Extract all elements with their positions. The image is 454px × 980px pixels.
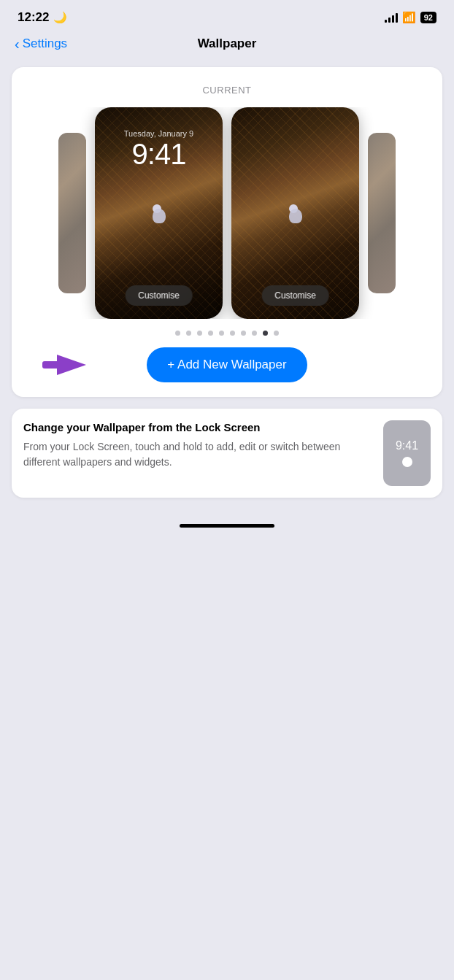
home-screen-customise-button[interactable]: Customise (261, 285, 329, 306)
dot-6 (230, 331, 235, 336)
info-phone-mini: 9:41 (383, 420, 431, 486)
info-title: Change your Wallpaper from the Lock Scre… (23, 420, 372, 435)
home-bar (180, 524, 274, 528)
page-title: Wallpaper (198, 36, 257, 51)
dot-5 (219, 331, 224, 336)
dot-4 (208, 331, 213, 336)
wallpaper-card: CURRENT Tuesday, January 9 9:41 (12, 67, 442, 397)
dot-2 (186, 331, 191, 336)
pagination-dots (23, 331, 431, 336)
dot-1 (175, 331, 180, 336)
phone-preview-partial-right (368, 133, 396, 293)
dot-3 (197, 331, 202, 336)
current-label: CURRENT (23, 85, 431, 96)
back-chevron-icon: ‹ (15, 36, 20, 51)
astronaut-body-home (289, 209, 302, 223)
astronaut-figure (150, 209, 168, 229)
add-new-wallpaper-button[interactable]: + Add New Wallpaper (147, 347, 307, 382)
battery-indicator: 92 (420, 12, 436, 23)
back-button[interactable]: ‹ Settings (15, 36, 67, 51)
lock-screen-customise-button[interactable]: Customise (125, 285, 193, 306)
moon-icon: 🌙 (53, 11, 67, 24)
phone-preview-partial-left (58, 133, 86, 293)
dot-10 (274, 331, 279, 336)
signal-icon (385, 12, 398, 23)
lock-screen-date: Tuesday, January 9 (104, 129, 214, 138)
mini-phone-time: 9:41 (396, 439, 418, 452)
lock-screen-overlay: Tuesday, January 9 9:41 (95, 107, 223, 169)
back-label: Settings (23, 36, 67, 51)
lock-screen-time: 9:41 (104, 139, 214, 169)
info-description: From your Lock Screen, touch and hold to… (23, 439, 372, 470)
navigation-bar: ‹ Settings Wallpaper (0, 31, 454, 60)
svg-rect-1 (42, 361, 72, 369)
dot-8 (252, 331, 257, 336)
dot-7 (241, 331, 246, 336)
main-content: CURRENT Tuesday, January 9 9:41 (0, 60, 454, 509)
purple-arrow-icon (42, 349, 101, 381)
astronaut-body (153, 209, 166, 223)
info-card: Change your Wallpaper from the Lock Scre… (12, 409, 442, 498)
astronaut-figure-home (287, 209, 304, 229)
dot-9-active (263, 331, 268, 336)
lock-screen-preview[interactable]: Tuesday, January 9 9:41 Customise (95, 107, 223, 319)
home-screen-preview[interactable]: Customise (231, 107, 359, 319)
add-wallpaper-section: + Add New Wallpaper (23, 347, 431, 382)
status-bar: 12:22 🌙 📶 92 (0, 0, 454, 31)
phone-previews-container: Tuesday, January 9 9:41 Customise (23, 107, 431, 319)
status-time: 12:22 (18, 10, 49, 25)
info-text-container: Change your Wallpaper from the Lock Scre… (23, 420, 372, 470)
wifi-icon: 📶 (402, 11, 416, 24)
home-indicator (0, 509, 454, 536)
mini-phone-circle (402, 457, 412, 467)
status-icons: 📶 92 (385, 11, 436, 24)
